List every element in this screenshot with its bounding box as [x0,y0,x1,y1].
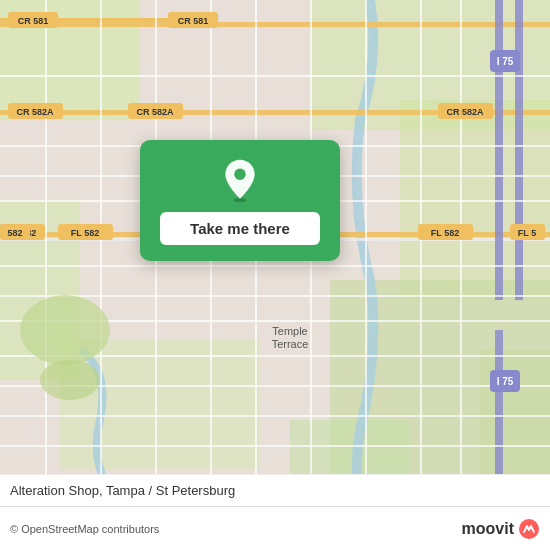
svg-rect-22 [0,295,550,297]
svg-text:CR 581: CR 581 [178,16,209,26]
svg-text:FL 5: FL 5 [518,228,536,238]
svg-rect-36 [460,0,462,550]
map-svg: CR 581 CR 581 CR 582A CR 582A CR 582A FL… [0,0,550,550]
svg-text:Terrace: Terrace [272,338,309,350]
svg-rect-29 [100,0,102,550]
moovit-logo: moovit [462,518,540,540]
svg-rect-30 [155,0,157,550]
svg-rect-33 [310,0,312,550]
bottom-location-bar: Alteration Shop, Tampa / St Petersburg [0,474,550,506]
location-pin-icon [218,158,262,202]
svg-rect-31 [210,0,212,550]
svg-rect-14 [515,0,523,300]
svg-text:I 75: I 75 [497,376,514,387]
svg-text:CR 582A: CR 582A [136,107,174,117]
svg-rect-28 [45,0,47,550]
svg-rect-27 [0,445,550,447]
take-me-there-button[interactable]: Take me there [160,212,320,245]
svg-rect-34 [365,0,367,550]
svg-text:Temple: Temple [272,325,307,337]
svg-text:CR 582A: CR 582A [16,107,54,117]
map-container: CR 581 CR 581 CR 582A CR 582A CR 582A FL… [0,0,550,550]
copyright-text: © OpenStreetMap contributors [10,523,159,535]
svg-rect-32 [255,0,257,550]
svg-text:CR 582A: CR 582A [446,107,484,117]
svg-point-64 [40,360,100,400]
svg-text:CR 581: CR 581 [18,16,49,26]
svg-rect-9 [0,22,550,27]
svg-rect-26 [0,415,550,417]
location-text: Alteration Shop, Tampa / St Petersburg [10,483,235,498]
svg-text:FL 582: FL 582 [431,228,459,238]
svg-rect-17 [0,75,550,77]
moovit-brand-text: moovit [462,520,514,538]
svg-point-63 [20,295,110,365]
svg-text:FL 582: FL 582 [71,228,99,238]
svg-text:I 75: I 75 [497,56,514,67]
svg-point-66 [234,169,245,180]
svg-rect-13 [495,0,503,300]
svg-rect-21 [0,265,550,267]
location-card[interactable]: Take me there [140,140,340,261]
bottom-bar: © OpenStreetMap contributors moovit [0,506,550,550]
svg-rect-35 [420,0,422,550]
moovit-icon [518,518,540,540]
svg-text:582: 582 [7,228,22,238]
